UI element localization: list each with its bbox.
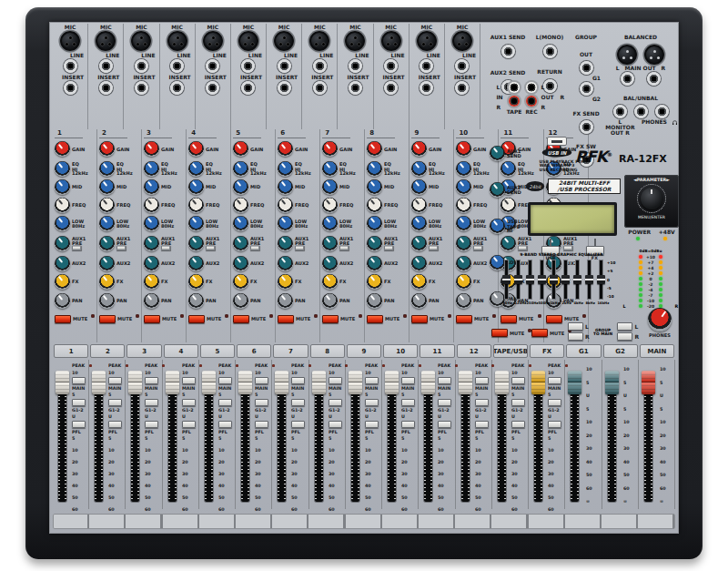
eq-low-knob[interactable] [456, 216, 471, 231]
eq-freq-knob[interactable] [99, 198, 115, 213]
fx-mute-button[interactable] [531, 329, 548, 337]
assign-group-button[interactable] [475, 399, 489, 406]
pfl-button[interactable] [329, 421, 342, 428]
pfl-button[interactable] [438, 421, 451, 428]
pfl-button[interactable] [145, 421, 158, 428]
usb-port[interactable] [547, 137, 567, 146]
aux2-knob[interactable] [278, 256, 293, 271]
geq-slider-cap[interactable] [550, 275, 558, 284]
fader-cap[interactable] [459, 371, 472, 394]
fader-cap[interactable] [202, 371, 216, 394]
main-out-r-xlr[interactable] [644, 45, 664, 65]
g1-to-main-l-button[interactable] [568, 322, 583, 331]
fader-cap[interactable] [531, 371, 545, 394]
tape-usb-knob[interactable] [490, 182, 505, 198]
line-jack[interactable] [64, 59, 77, 73]
pfl-button[interactable] [108, 421, 122, 428]
gain-knob[interactable] [367, 141, 382, 157]
pfl-button[interactable] [548, 421, 561, 428]
assign-group-button[interactable] [511, 399, 525, 406]
assign-main-button[interactable] [108, 377, 122, 384]
assign-main-button[interactable] [218, 377, 232, 384]
eq-freq-knob[interactable] [411, 198, 427, 213]
assign-group-button[interactable] [218, 399, 232, 406]
g2-to-main-r-button[interactable] [617, 332, 632, 341]
assign-group-button[interactable] [401, 399, 415, 406]
pan-knob[interactable] [55, 293, 70, 309]
line-jack[interactable] [313, 59, 327, 73]
mic-xlr-connector[interactable] [96, 31, 116, 51]
aux2-knob[interactable] [367, 256, 382, 271]
mute-button[interactable] [322, 315, 339, 323]
pan-knob[interactable] [322, 293, 338, 309]
aux2-knob[interactable] [456, 256, 471, 271]
fx-send-knob[interactable] [278, 274, 293, 290]
gain-knob[interactable] [55, 141, 70, 157]
assign-main-button[interactable] [401, 377, 415, 384]
eq-hi-knob[interactable] [55, 161, 70, 177]
rec-out-r-rca[interactable] [526, 96, 537, 107]
phones-jack[interactable] [655, 105, 669, 118]
pan-knob[interactable] [99, 293, 115, 309]
assign-main-button[interactable] [475, 377, 489, 384]
fader-cap[interactable] [56, 371, 69, 394]
aux1-send-jack[interactable] [501, 45, 515, 58]
pfl-button[interactable] [511, 421, 525, 428]
eq-freq-knob[interactable] [144, 198, 159, 213]
fader-cap[interactable] [605, 371, 619, 394]
fx-send-knob[interactable] [144, 274, 159, 290]
assign-main-button[interactable] [291, 377, 305, 384]
eq-freq-knob[interactable] [322, 198, 338, 213]
g1-to-main-r-button[interactable] [568, 332, 583, 341]
mic-xlr-connector[interactable] [167, 31, 187, 51]
aux2-knob[interactable] [188, 256, 204, 271]
main-out-l-xlr[interactable] [617, 45, 637, 65]
eq-low-knob[interactable] [188, 216, 204, 231]
fx-send-knob[interactable] [411, 274, 427, 290]
pfl-button[interactable] [365, 421, 379, 428]
fx-send-knob[interactable] [99, 274, 115, 290]
pfl-button[interactable] [475, 421, 489, 428]
gain-knob[interactable] [99, 141, 115, 157]
fader-cap[interactable] [92, 371, 106, 394]
return-l-jack[interactable] [543, 45, 557, 58]
fx-send-jack[interactable] [580, 120, 593, 134]
eq-mid-knob[interactable] [411, 179, 427, 195]
eq-low-knob[interactable] [144, 216, 159, 231]
fader-cap[interactable] [642, 371, 655, 394]
pan-knob[interactable] [411, 293, 427, 309]
mute-button[interactable] [367, 315, 383, 323]
insert-jack[interactable] [99, 81, 113, 95]
fader-cap[interactable] [421, 371, 435, 394]
mic-xlr-connector[interactable] [274, 31, 294, 51]
geq-slider-cap[interactable] [573, 275, 581, 284]
assign-group-button[interactable] [438, 399, 451, 406]
line-jack[interactable] [278, 59, 291, 73]
assign-main-button[interactable] [145, 377, 158, 384]
eq-low-knob[interactable] [367, 216, 382, 231]
geq-slider[interactable] [536, 259, 548, 301]
monitor-out-r-jack[interactable] [634, 105, 648, 118]
geq-slider-cap[interactable] [538, 275, 546, 284]
eq-freq-knob[interactable] [55, 198, 70, 213]
eq-hi-knob[interactable] [278, 161, 293, 177]
fader-cap[interactable] [568, 371, 581, 394]
aux2-knob[interactable] [144, 256, 159, 271]
fx-send-knob[interactable] [456, 274, 471, 290]
line-jack[interactable] [455, 59, 469, 73]
geq-slider-cap[interactable] [526, 275, 534, 284]
geq-slider[interactable] [548, 259, 560, 301]
line-jack[interactable] [170, 59, 184, 73]
insert-jack[interactable] [384, 81, 398, 95]
assign-main-button[interactable] [182, 377, 196, 384]
aux1-knob[interactable] [188, 236, 204, 251]
tape-usb-knob[interactable] [490, 219, 505, 234]
eq-freq-knob[interactable] [188, 198, 204, 213]
assign-group-button[interactable] [145, 399, 158, 406]
fader-cap[interactable] [128, 371, 142, 394]
gain-knob[interactable] [144, 141, 159, 157]
gain-knob[interactable] [411, 141, 427, 157]
mute-button[interactable] [99, 315, 116, 323]
aux2-knob[interactable] [233, 256, 248, 271]
eq-low-knob[interactable] [278, 216, 293, 231]
